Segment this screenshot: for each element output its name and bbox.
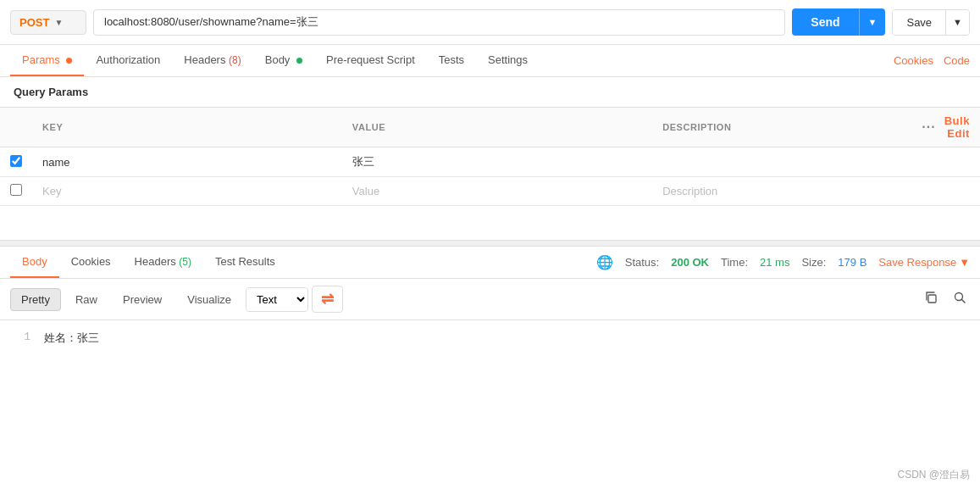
bottom-status-bar: 🌐 Status: 200 OK Time: 21 ms Size: 179 B… xyxy=(596,254,970,270)
tab-headers-label: Headers xyxy=(184,53,229,66)
bottom-tab-cookies[interactable]: Cookies xyxy=(59,247,123,278)
placeholder-checkbox[interactable] xyxy=(10,184,22,196)
url-input[interactable] xyxy=(93,9,785,36)
method-label: POST xyxy=(19,16,49,29)
format-preview-button[interactable]: Preview xyxy=(112,288,173,311)
row-value-value: 张三 xyxy=(352,155,374,168)
placeholder-key-text: Key xyxy=(42,185,61,197)
send-button-group: Send ▼ xyxy=(792,8,885,36)
send-dropdown-button[interactable]: ▼ xyxy=(859,8,886,36)
tab-body-label: Body xyxy=(265,53,291,66)
svg-rect-0 xyxy=(928,295,936,303)
row-value-cell[interactable]: 张三 xyxy=(342,147,652,177)
more-icon[interactable]: ··· xyxy=(922,119,935,135)
bottom-tab-cookies-label: Cookies xyxy=(71,255,111,268)
format-pretty-button[interactable]: Pretty xyxy=(10,288,61,311)
row-key-cell[interactable]: name xyxy=(32,147,342,177)
col-desc-header: DESCRIPTION xyxy=(652,108,911,147)
col-checkbox-header xyxy=(0,108,32,147)
format-visualize-button[interactable]: Visualize xyxy=(176,288,242,311)
method-select[interactable]: POST ▼ xyxy=(10,10,86,35)
row-desc-cell[interactable] xyxy=(652,147,911,177)
tab-body-dot xyxy=(296,58,302,64)
bottom-tab-body-label: Body xyxy=(22,255,47,268)
tabs-right: Cookies Code xyxy=(894,54,970,67)
time-label: Time: xyxy=(721,256,748,269)
top-bar: POST ▼ Send ▼ Save ▼ xyxy=(0,0,980,45)
placeholder-actions-cell xyxy=(911,177,980,206)
text-format-select-wrap: Text JSON HTML XML xyxy=(246,287,308,312)
bottom-tab-headers[interactable]: Headers (5) xyxy=(123,247,203,278)
cookies-link[interactable]: Cookies xyxy=(894,54,933,67)
query-params-header: Query Params xyxy=(0,77,980,108)
row-key-value: name xyxy=(42,156,70,169)
tab-tests-label: Tests xyxy=(439,53,464,66)
top-tabs: Params Authorization Headers (8) Body Pr… xyxy=(0,45,980,77)
bulk-edit-button[interactable]: Bulk Edit xyxy=(944,114,970,140)
status-label: Status: xyxy=(625,256,659,269)
text-format-select[interactable]: Text JSON HTML XML xyxy=(246,288,307,311)
table-row: name 张三 xyxy=(0,147,980,177)
save-button[interactable]: Save xyxy=(893,10,945,35)
col-value-header: VALUE xyxy=(342,108,652,147)
tab-params[interactable]: Params xyxy=(10,45,84,76)
tab-headers[interactable]: Headers (8) xyxy=(172,45,252,76)
send-button[interactable]: Send xyxy=(792,8,858,36)
tab-settings-label: Settings xyxy=(488,53,528,66)
globe-icon[interactable]: 🌐 xyxy=(596,254,613,270)
bottom-tabs: Body Cookies Headers (5) Test Results 🌐 … xyxy=(0,247,980,279)
placeholder-value-text: Value xyxy=(352,185,379,197)
tab-tests[interactable]: Tests xyxy=(427,45,476,76)
code-link[interactable]: Code xyxy=(944,54,970,67)
col-key-header: KEY xyxy=(32,108,342,147)
bottom-tab-test-results-label: Test Results xyxy=(215,255,275,268)
placeholder-key-cell[interactable]: Key xyxy=(32,177,342,206)
status-value: 200 OK xyxy=(671,256,709,269)
tab-authorization[interactable]: Authorization xyxy=(84,45,172,76)
copy-icon-button[interactable] xyxy=(921,287,941,311)
format-raw-button[interactable]: Raw xyxy=(64,288,108,311)
line-content-1: 姓名：张三 xyxy=(44,331,99,346)
save-dropdown-button[interactable]: ▼ xyxy=(945,10,969,35)
format-bar: Pretty Raw Preview Visualize Text JSON H… xyxy=(0,279,980,320)
svg-line-2 xyxy=(962,300,966,303)
placeholder-desc-cell[interactable]: Description xyxy=(652,177,911,206)
line-number-1: 1 xyxy=(14,331,30,346)
tab-params-dot xyxy=(66,58,72,64)
tab-settings[interactable]: Settings xyxy=(476,45,540,76)
row-checkbox[interactable] xyxy=(10,155,22,167)
bottom-tab-headers-count: (5) xyxy=(179,256,191,268)
params-table: KEY VALUE DESCRIPTION ··· Bulk Edit name xyxy=(0,108,980,206)
table-placeholder-row: Key Value Description xyxy=(0,177,980,206)
placeholder-value-cell[interactable]: Value xyxy=(342,177,652,206)
col-actions-header: ··· Bulk Edit xyxy=(911,108,980,147)
tab-pre-request-label: Pre-request Script xyxy=(326,53,415,66)
bottom-tab-headers-label: Headers xyxy=(135,255,180,268)
tab-headers-count: (8) xyxy=(229,54,241,66)
response-body: 1 姓名：张三 xyxy=(0,320,980,356)
panel-divider xyxy=(0,240,980,247)
method-chevron: ▼ xyxy=(54,18,63,27)
time-value: 21 ms xyxy=(760,256,789,269)
bottom-tab-body[interactable]: Body xyxy=(10,247,59,278)
row-checkbox-cell xyxy=(0,147,32,177)
tab-body[interactable]: Body xyxy=(253,45,314,76)
tab-authorization-label: Authorization xyxy=(96,53,160,66)
placeholder-desc-text: Description xyxy=(662,185,717,197)
row-actions-cell xyxy=(911,147,980,177)
save-button-group: Save ▼ xyxy=(892,9,970,36)
wrap-icon-button[interactable]: ⇌ xyxy=(312,286,343,313)
tab-params-label: Params xyxy=(22,53,60,66)
size-value: 179 B xyxy=(838,256,866,269)
bottom-tab-test-results[interactable]: Test Results xyxy=(203,247,287,278)
tab-pre-request[interactable]: Pre-request Script xyxy=(314,45,427,76)
response-line-1: 1 姓名：张三 xyxy=(14,331,966,346)
save-response-label: Save Response xyxy=(878,256,956,269)
placeholder-checkbox-cell xyxy=(0,177,32,206)
save-response-chevron: ▼ xyxy=(959,256,970,269)
save-response-button[interactable]: Save Response ▼ xyxy=(878,256,970,269)
size-label: Size: xyxy=(801,256,826,269)
bottom-section: Body Cookies Headers (5) Test Results 🌐 … xyxy=(0,247,980,356)
format-bar-right xyxy=(921,287,970,311)
search-icon-button[interactable] xyxy=(950,287,970,311)
